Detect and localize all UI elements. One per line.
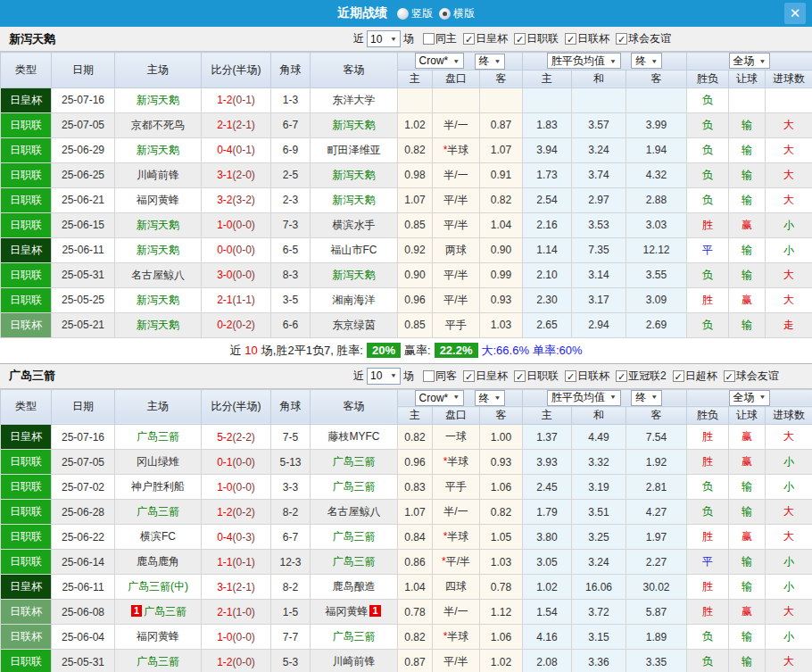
league-type-badge: 日职联 (1, 650, 52, 672)
radio-icon (439, 8, 451, 20)
home-team: 新泻天鹅 (115, 312, 202, 337)
avg-home-odds: 2.65 (523, 312, 572, 337)
result-wdl: 负 (687, 262, 729, 287)
result-goals: 小 (766, 550, 812, 575)
match-row: 日联杯25-06-081广岛三箭2-1(1-0)1-5福冈黄蜂10.78半/一1… (1, 600, 812, 625)
league-filter-checkbox[interactable]: ✓ (616, 33, 627, 45)
avg-away-odds: 1.92 (626, 450, 687, 475)
avg-home-odds: 2.45 (523, 475, 572, 500)
odds-stage-select[interactable]: 终▼ (475, 54, 506, 70)
league-filter-checkbox[interactable]: ✓ (463, 33, 475, 45)
recent-results-dialog: 近期战绩 竖版 横版 ✕ 新泻天鹅 近10▼场同主✓日皇杯✓日职联✓日联杯✓球会… (0, 0, 812, 672)
league-type-badge: 日皇杯 (1, 425, 52, 450)
crow-handicap: 平手 (433, 312, 480, 337)
result-wdl: 胜 (687, 575, 729, 600)
league-filter-label: 日皇杯 (476, 31, 508, 46)
match-scope-select[interactable]: 全场▼ (729, 53, 771, 69)
league-type-badge: 日职联 (1, 162, 52, 187)
result-wdl: 负 (687, 475, 729, 500)
score: 0-0(0-0) (202, 237, 271, 262)
crow-home-odds: 0.78 (398, 600, 433, 625)
handicap-text: 两球 (445, 244, 467, 256)
summary-segment: 赢率: (404, 343, 431, 359)
home-team-name: 新泻天鹅 (137, 294, 179, 306)
subcol-let-goal: 让球 (729, 407, 766, 425)
league-type-badge: 日皇杯 (1, 87, 52, 112)
crow-home-odds: 0.83 (398, 475, 433, 500)
home-team-name: 广岛三箭(中) (128, 580, 188, 593)
fulltime-score: 3-2 (217, 194, 232, 206)
wdl-average-select[interactable]: 胜平负均值▼ (547, 390, 621, 406)
away-team-name: 广岛三箭 (333, 555, 376, 568)
odds-company-select[interactable]: Crow*▼ (415, 53, 465, 69)
league-filter-checkbox[interactable]: ✓ (463, 370, 475, 382)
handicap-text: 平/半 (446, 555, 470, 568)
home-team: 京都不死鸟 (115, 112, 202, 137)
result-goals: 走 (766, 312, 812, 337)
chevron-down-icon: ▼ (609, 394, 617, 401)
recent-count-select[interactable]: 10▼ (367, 368, 401, 385)
recent-count-select[interactable]: 10▼ (367, 30, 401, 47)
league-filter-label: 日联杯 (577, 31, 609, 46)
fulltime-score: 1-0 (217, 219, 232, 231)
away-team: 广岛三箭 (311, 475, 398, 500)
league-filter-checkbox[interactable]: ✓ (724, 370, 735, 382)
crow-away-odds: 1.04 (480, 212, 523, 237)
wdl-average-value: 胜平负均值 (551, 54, 605, 69)
crow-home-odds: 0.84 (398, 525, 433, 550)
subcol-crow-home: 主 (398, 407, 433, 425)
wdl-average-select[interactable]: 胜平负均值▼ (547, 53, 621, 69)
result-wdl: 胜 (687, 287, 729, 312)
league-filter-checkbox[interactable]: ✓ (514, 33, 526, 45)
score: 3-1(2-1) (202, 575, 271, 600)
subcol-let-goal: 让球 (729, 70, 766, 87)
handicap-text: 四球 (445, 580, 467, 593)
chevron-down-icon: ▼ (494, 58, 501, 64)
odds-company-select[interactable]: Crow*▼ (415, 390, 465, 406)
fulltime-score: 2-1 (217, 606, 232, 618)
avg-home-odds: 2.16 (523, 212, 572, 237)
home-team-name: 新泻天鹅 (137, 94, 179, 106)
layout-radio-horizontal[interactable]: 横版 (439, 6, 475, 21)
away-team-name: 福山市FC (331, 244, 377, 256)
avg-stage-select[interactable]: 终▼ (631, 53, 662, 69)
away-team-name: 广岛三箭 (333, 530, 376, 543)
league-filter-label: 日职联 (526, 369, 559, 384)
crow-away-odds: 1.05 (480, 525, 523, 550)
matches-table-2: 类型 日期 主场 比分(半场) 角球 客场 Crow*▼ 终▼ 胜平负均值▼ 终… (0, 389, 812, 672)
league-filter-checkbox[interactable]: ✓ (565, 370, 576, 382)
col-header-home: 主场 (115, 53, 202, 88)
layout-radio-vertical[interactable]: 竖版 (397, 6, 433, 21)
mutual-filter-checkbox[interactable] (423, 370, 435, 382)
avg-stage-select[interactable]: 终▼ (631, 390, 662, 406)
odds-group-header: Crow*▼ 终▼ (398, 53, 523, 71)
mutual-filter-label: 同主 (435, 31, 457, 46)
close-button[interactable]: ✕ (784, 3, 806, 24)
fulltime-score: 2-1 (217, 294, 232, 306)
summary-bar: 近10场,胜2平1负7, 胜率:20%赢率:22.2%大:66.6%单率:60% (0, 338, 812, 364)
result-handicap: 赢 (729, 600, 766, 625)
league-type-badge: 日联杯 (1, 625, 52, 650)
crow-away-odds: 1.03 (480, 312, 523, 337)
match-scope-select[interactable]: 全场▼ (729, 390, 771, 406)
recent-label: 近 (353, 31, 364, 46)
section-team-1: 新泻天鹅 近10▼场同主✓日皇杯✓日职联✓日联杯✓球会友谊 类型 日期 主场 比… (0, 27, 812, 364)
result-goals: 大 (766, 287, 812, 312)
league-filter-checkbox[interactable]: ✓ (673, 370, 684, 382)
match-date: 25-07-16 (52, 87, 115, 112)
recent-label: 近 (353, 369, 364, 384)
mutual-filter-checkbox[interactable] (423, 33, 435, 45)
league-filter-checkbox[interactable]: ✓ (616, 370, 627, 382)
crow-handicap: 一球 (433, 425, 480, 450)
league-filter-checkbox[interactable]: ✓ (514, 370, 526, 382)
halftime-score: (0-1) (233, 94, 255, 106)
league-filter-label: 球会友谊 (628, 31, 671, 46)
crow-handicap: 平手 (433, 475, 480, 500)
home-team: 1广岛三箭 (115, 600, 202, 625)
avg-group-header: 胜平负均值▼ 终▼ (523, 53, 687, 71)
odds-stage-select[interactable]: 终▼ (475, 390, 506, 406)
handicap-text: 一球 (445, 430, 467, 443)
avg-home-odds: 1.54 (523, 600, 572, 625)
result-wdl: 负 (687, 112, 729, 137)
league-filter-checkbox[interactable]: ✓ (565, 33, 576, 45)
